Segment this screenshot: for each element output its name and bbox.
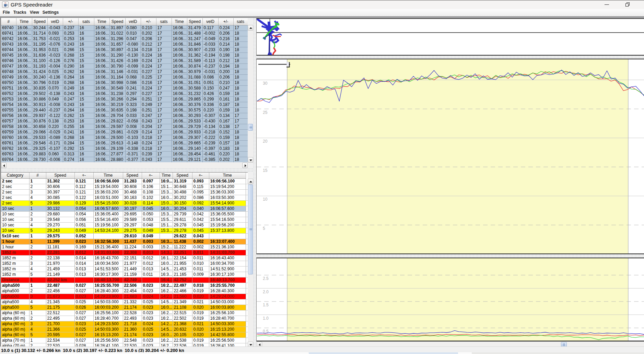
result-row[interactable]: 5x10 sec129.5750.05229.6100.04929.6220.0… xyxy=(1,233,248,239)
gps-point-row[interactable]: 6975716:06...30.8760.1380.2531616:06...2… xyxy=(1,118,248,124)
result-row[interactable]: 1 hour111.3990.02316:32:56.30011.4370.00… xyxy=(1,239,248,244)
minimize-button[interactable] xyxy=(599,0,614,9)
map-chart-splitter[interactable] xyxy=(256,56,644,59)
result-row[interactable]: 2 sec430.0850.12216:03:51.00030.1630.102… xyxy=(1,195,248,200)
points-vertical-scrollbar[interactable] xyxy=(248,25,254,163)
gps-point-row[interactable]: 6975516:06...29.440-0.2370.2641616:06...… xyxy=(1,107,248,113)
result-row[interactable]: 2 sec529.9860.12915:54:15.00030.0280.114… xyxy=(1,200,248,206)
gps-point-row[interactable]: 6974516:06...31.636-0.0230.2681516:06...… xyxy=(1,52,248,58)
gps-point-row[interactable]: 6976316:06...29.8830.0600.3131616:06...2… xyxy=(1,151,248,157)
gps-point-row[interactable]: 6975916:06...29.066-0.0290.2411616:06...… xyxy=(1,129,248,135)
track-map-panel[interactable] xyxy=(256,18,644,56)
column-header[interactable]: +/- xyxy=(141,18,156,25)
result-row[interactable]: 10 sec229.6800.05415:36:05.40029.6950.05… xyxy=(1,211,248,217)
results-vertical-scrollbar[interactable] xyxy=(248,179,254,347)
gps-point-row[interactable]: 6974116:06...31.7140.0930.2531616:06...3… xyxy=(1,31,248,36)
column-header[interactable]: Speed xyxy=(187,18,202,25)
result-row[interactable]: 1852 m321.9700.01416:00:34.50021.9770.01… xyxy=(1,261,248,266)
scroll-down-button[interactable] xyxy=(248,157,253,163)
charts-splitter[interactable] xyxy=(256,254,644,258)
column-header[interactable]: # xyxy=(29,173,46,178)
result-row[interactable]: alpha (60 m)421.3660.02514:50:03.30021.3… xyxy=(1,327,248,332)
column-header[interactable]: Category xyxy=(1,173,29,178)
column-header[interactable]: +- xyxy=(192,173,209,178)
gps-point-row[interactable]: 6976116:06...29.546-0.1710.2841516:06...… xyxy=(1,140,248,146)
gps-point-row[interactable]: 6974716:06...31.193-0.0040.2901616:06...… xyxy=(1,63,248,69)
range-marker-handle[interactable] xyxy=(287,62,289,67)
result-row[interactable]: alpha (60 m)122.5120.02716:25:56.10022.5… xyxy=(1,310,248,316)
result-row[interactable]: 1852 m222.1380.01416:16:43.70022.1510.01… xyxy=(1,255,248,261)
tables-splitter[interactable] xyxy=(1,168,254,172)
scrollbar-thumb[interactable] xyxy=(248,185,253,274)
gps-point-row[interactable]: 6974816:06...31.4240.0250.2621616:06...3… xyxy=(1,69,248,74)
gps-point-row[interactable]: 6975216:06...29.502-0.1380.2431616:06...… xyxy=(1,91,248,96)
gps-point-row[interactable]: 6974916:06...30.240-0.1360.2641616:06...… xyxy=(1,74,248,80)
result-row[interactable]: alpha (60 m)321.7000.02314:29:23.50021.7… xyxy=(1,321,248,327)
column-header[interactable]: sats xyxy=(156,18,172,25)
column-header[interactable]: Time xyxy=(160,173,173,178)
gps-point-row[interactable]: 6975816:06...30.6580.2200.2551616:06...2… xyxy=(1,124,248,129)
result-row[interactable]: 2 sec131.3020.12116:06:56.00031.2830.097… xyxy=(1,178,248,184)
gps-point-row[interactable]: 6974216:06...31.753-0.0210.2531616:06...… xyxy=(1,36,248,42)
result-row[interactable]: alpha (70 m)122.5340.02716:25:56.50022.5… xyxy=(1,338,248,343)
result-row[interactable]: 10 sec429.2700.05115:19:56.10029.2970.04… xyxy=(1,222,248,228)
gps-point-row[interactable]: 6975316:06...30.8860.0490.2471516:06...3… xyxy=(1,96,248,102)
column-header[interactable]: Time xyxy=(93,173,123,178)
column-header[interactable]: Speed xyxy=(46,173,74,178)
result-row[interactable]: alpha (60 m)222.4950.02716:28:40.70022.4… xyxy=(1,316,248,321)
restore-button[interactable] xyxy=(620,0,635,9)
column-header[interactable]: Speed xyxy=(109,18,125,25)
result-row[interactable]: alpha500321.6730.02314:29:23.90021.6830.… xyxy=(1,294,248,299)
gps-point-row[interactable]: 6975416:06...30.913-0.0080.2431616:06...… xyxy=(1,102,248,107)
gps-point-row[interactable]: 6974316:06...31.195-0.0760.2431616:06...… xyxy=(1,42,248,47)
column-header[interactable]: velD xyxy=(125,18,141,25)
column-header[interactable]: +- xyxy=(142,173,160,178)
scroll-left-button[interactable] xyxy=(1,163,7,168)
column-header[interactable]: velD xyxy=(202,18,218,25)
result-row[interactable]: 10 sec130.1320.05416:06:57.60030.1970.04… xyxy=(1,206,248,211)
gps-point-row[interactable]: 6976416:06...28.730-0.0060.2741616:06...… xyxy=(1,157,248,162)
result-row[interactable]: 1852 m421.4590.01314:51:53.50021.4490.01… xyxy=(1,266,248,272)
gps-point-row[interactable]: 6974416:06...31.9530.0210.2661516:06...3… xyxy=(1,47,248,52)
result-row[interactable]: 1852 m122.2810.01214:31:03.60022.3080.01… xyxy=(1,250,248,255)
gps-point-row[interactable]: 6975616:06...29.937-0.1220.2621516:06...… xyxy=(1,113,248,118)
result-row[interactable]: Distance142.252 km16:40:13.70042.749 ...… xyxy=(1,277,248,283)
result-row[interactable]: 1 hour211.1810.16915:21:36.40011.2240.00… xyxy=(1,244,248,250)
gps-point-row[interactable]: 6976016:06...29.533-0.0890.2681616:06...… xyxy=(1,135,248,140)
column-header[interactable]: Speed xyxy=(123,173,142,178)
gps-point-row[interactable]: 6974616:06...31.100-0.1260.2761516:06...… xyxy=(1,58,248,63)
result-row[interactable]: 1852 m521.1490.01316:30:17.30021.1590.01… xyxy=(1,272,248,277)
scrollbar-thumb[interactable] xyxy=(561,342,567,347)
menu-view[interactable]: View xyxy=(28,9,41,16)
result-row[interactable]: 2 sec330.3970.12115:36:03.20030.4680.108… xyxy=(1,189,248,195)
error-chart[interactable]: 0.51.01.52.02.5 xyxy=(256,258,644,341)
gps-point-row[interactable]: 6975016:06...30.7960.0190.2681616:06...3… xyxy=(1,80,248,85)
column-header[interactable]: Time xyxy=(94,18,109,25)
result-row[interactable]: alpha500421.3450.02514:50:03.00021.3320.… xyxy=(1,299,248,305)
column-header[interactable]: +/- xyxy=(218,18,233,25)
column-header[interactable]: # xyxy=(1,18,16,25)
menu-file[interactable]: File xyxy=(1,9,12,16)
column-header[interactable]: sats xyxy=(78,18,94,25)
column-header[interactable]: sats xyxy=(233,18,248,25)
java-coffee-icon[interactable] xyxy=(2,1,9,8)
result-row[interactable]: 10 sec329.5480.05615:54:16.40029.5890.05… xyxy=(1,217,248,222)
menu-settings[interactable]: Settings xyxy=(41,9,60,16)
result-row[interactable]: 2 sec230.6060.11215:19:54.00030.6080.106… xyxy=(1,184,248,189)
column-header[interactable]: Time xyxy=(172,18,187,25)
result-row[interactable]: alpha (70 m)222.5200.02816:28:41.10022.5… xyxy=(1,343,248,346)
title-bar[interactable]: GPS Speedreader xyxy=(0,0,644,9)
result-row[interactable]: 10 sec529.2430.04914:53:24.10029.2750.04… xyxy=(1,228,248,233)
scrollbar-thumb[interactable] xyxy=(248,124,253,131)
column-header[interactable]: Speed xyxy=(32,18,47,25)
scroll-up-button[interactable] xyxy=(248,179,253,184)
speed-chart[interactable]: 51015202530 xyxy=(256,59,644,254)
scroll-up-button[interactable] xyxy=(248,25,253,31)
menu-tracks[interactable]: Tracks xyxy=(12,9,28,16)
result-row[interactable]: alpha500222.4560.02716:28:40.30022.4540.… xyxy=(1,288,248,294)
column-header[interactable]: Time xyxy=(16,18,32,25)
gps-point-row[interactable]: 6974016:06...30.244-0.0430.2371616:06...… xyxy=(1,25,248,31)
gps-point-row[interactable]: 6975116:06...30.8350.0700.2491616:06...3… xyxy=(1,85,248,91)
result-row[interactable]: alpha500521.1750.02616:00:03.20021.1740.… xyxy=(1,305,248,310)
gps-point-row[interactable]: 6976216:06...29.325-0.1070.2921516:06...… xyxy=(1,146,248,151)
